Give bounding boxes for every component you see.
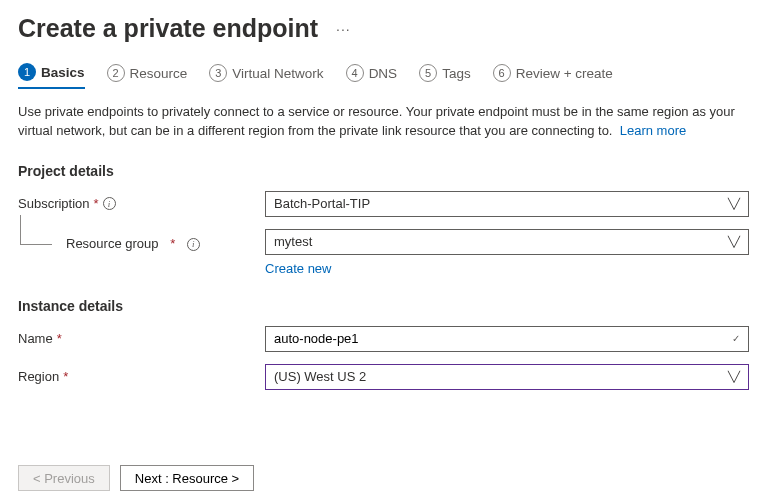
tree-connector xyxy=(20,215,52,245)
label-subscription: Subscription xyxy=(18,196,90,211)
chevron-down-icon: ╲╱ xyxy=(728,198,740,209)
tab-basics[interactable]: 1 Basics xyxy=(18,63,85,89)
tab-review-create[interactable]: 6 Review + create xyxy=(493,64,613,88)
learn-more-link[interactable]: Learn more xyxy=(620,123,686,138)
tab-label: Basics xyxy=(41,65,85,80)
tab-virtual-network[interactable]: 3 Virtual Network xyxy=(209,64,323,88)
tab-label: DNS xyxy=(369,66,398,81)
required-indicator: * xyxy=(94,196,99,211)
name-input-inner[interactable] xyxy=(274,331,732,346)
info-icon[interactable]: i xyxy=(103,197,116,210)
select-value: Batch-Portal-TIP xyxy=(274,196,370,211)
name-input[interactable]: ✓ xyxy=(265,326,749,352)
tabs-bar: 1 Basics 2 Resource 3 Virtual Network 4 … xyxy=(0,43,767,89)
select-value: mytest xyxy=(274,234,312,249)
subscription-select[interactable]: Batch-Portal-TIP ╲╱ xyxy=(265,191,749,217)
tab-resource[interactable]: 2 Resource xyxy=(107,64,188,88)
next-button[interactable]: Next : Resource > xyxy=(120,465,254,491)
create-new-link[interactable]: Create new xyxy=(265,261,331,276)
step-badge: 6 xyxy=(493,64,511,82)
page-title: Create a private endpoint xyxy=(18,14,318,43)
region-select[interactable]: (US) West US 2 ╲╱ xyxy=(265,364,749,390)
step-badge: 5 xyxy=(419,64,437,82)
tab-label: Resource xyxy=(130,66,188,81)
chevron-down-icon: ╲╱ xyxy=(728,236,740,247)
tab-label: Virtual Network xyxy=(232,66,323,81)
label-resource-group: Resource group xyxy=(66,236,159,251)
step-badge: 4 xyxy=(346,64,364,82)
chevron-down-icon: ╲╱ xyxy=(728,371,740,382)
tab-label: Tags xyxy=(442,66,471,81)
section-project-details: Project details xyxy=(18,163,749,179)
select-value: (US) West US 2 xyxy=(274,369,366,384)
step-badge: 1 xyxy=(18,63,36,81)
resource-group-select[interactable]: mytest ╲╱ xyxy=(265,229,749,255)
step-badge: 3 xyxy=(209,64,227,82)
section-instance-details: Instance details xyxy=(18,298,749,314)
step-badge: 2 xyxy=(107,64,125,82)
more-icon[interactable]: ··· xyxy=(336,21,351,37)
description-text: Use private endpoints to privately conne… xyxy=(18,103,738,141)
required-indicator: * xyxy=(170,236,175,251)
tab-label: Review + create xyxy=(516,66,613,81)
required-indicator: * xyxy=(57,331,62,346)
info-icon[interactable]: i xyxy=(187,238,200,251)
tab-dns[interactable]: 4 DNS xyxy=(346,64,398,88)
label-region: Region xyxy=(18,369,59,384)
previous-button: < Previous xyxy=(18,465,110,491)
required-indicator: * xyxy=(63,369,68,384)
tab-tags[interactable]: 5 Tags xyxy=(419,64,471,88)
label-name: Name xyxy=(18,331,53,346)
check-icon: ✓ xyxy=(732,333,740,344)
